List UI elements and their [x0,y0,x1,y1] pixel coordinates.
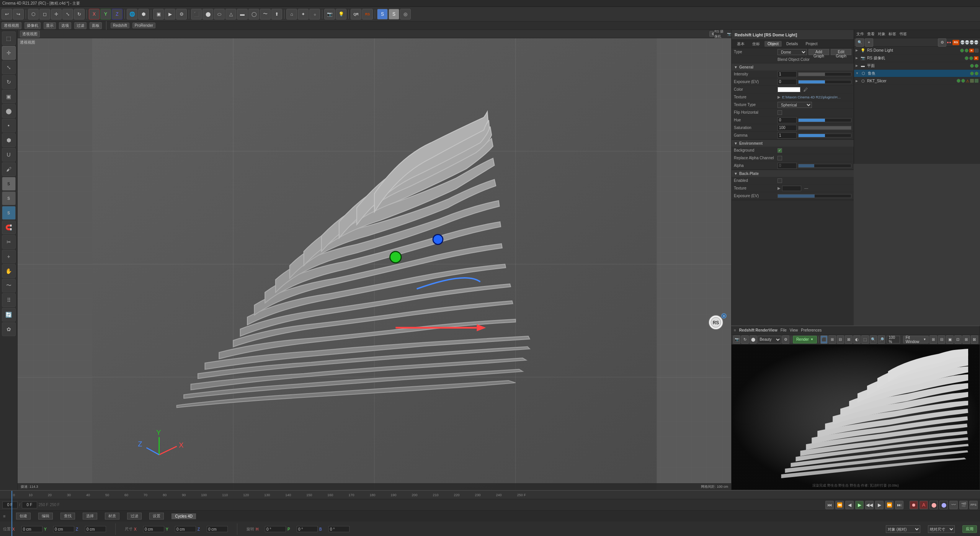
tab-cycles4d[interactable]: Cycles 4D [172,513,196,519]
scene-menu-bookmarks[interactable]: 书签 [899,31,907,37]
render-btn[interactable]: ▶ [165,9,175,20]
render-aov-btn[interactable]: ⊟ [837,335,844,344]
play-reverse-btn[interactable]: ◀◀ [865,501,874,509]
pos-x-input[interactable] [21,526,42,532]
options-btn[interactable]: 选项 [59,22,71,29]
saturation-slider[interactable] [798,126,851,130]
perspective-btn[interactable]: 透视视图 [2,22,21,29]
cube-btn[interactable]: ⬛ [191,9,202,20]
render-menu-view[interactable]: View [790,328,798,332]
record-btn[interactable]: ⏺ [910,501,918,509]
panel-btn[interactable]: 面板 [90,22,102,29]
undo-btn[interactable]: ↩ [2,9,12,20]
render-camera-btn[interactable]: 📷 [733,335,740,344]
rot-b-input[interactable] [328,526,350,532]
grab-btn[interactable]: ✋ [2,264,16,278]
edge-mode-btn[interactable]: ⬤ [2,104,16,118]
auto-key-btn[interactable]: A [920,501,928,509]
s2-btn[interactable]: S [2,191,16,205]
motion-path-btn[interactable]: 〰 [949,501,958,509]
gamma-input[interactable] [777,132,797,139]
render-extra-btn1[interactable]: ⊞ [929,335,937,344]
size-y-input[interactable] [175,526,196,532]
rs-btn[interactable]: RS [362,9,373,20]
tab-project[interactable]: Project [802,41,820,47]
enabled-checkbox[interactable] [777,178,782,183]
scene-tb-settings[interactable]: ⚙ [938,38,946,47]
bp-texture-arrow[interactable]: ▶ [777,186,781,190]
fit-window-btn[interactable]: Fit Window ▼ [903,336,929,343]
effector-btn[interactable]: ✦ [298,9,309,20]
move-tool-btn[interactable]: ✛ [2,46,16,60]
render-zoom-out-btn[interactable]: 🔍 [870,335,877,344]
color-picker-icon[interactable]: 🖊 [804,87,808,92]
alpha-slider[interactable] [798,164,851,168]
vis-circle-2[interactable] [965,49,969,52]
vis-f-2[interactable] [975,72,978,75]
edit-graph-button[interactable]: Edit Graph [831,49,851,55]
magnet-btn[interactable]: 🧲 [2,221,16,234]
s-btn1[interactable]: S [377,9,388,20]
hue-input[interactable] [777,117,797,123]
point-mode-btn[interactable]: • [2,119,16,132]
render-compare-btn[interactable]: ⊠ [845,335,852,344]
fps-btn[interactable]: FPS [969,501,978,509]
camera-menu-btn[interactable]: 摄像机 [24,22,41,29]
goto-end-btn[interactable]: ⏭ [895,501,903,509]
scene-item-dome-light[interactable]: ▶ 💡 RS Dome Light R [854,47,980,54]
circle-btn[interactable]: ◎ [400,9,411,20]
tab-details[interactable]: Details [783,41,801,47]
render-dropdown-arrow[interactable]: ▼ [810,338,813,341]
sphere-btn[interactable]: ⬤ [203,9,213,20]
vis-c-1[interactable] [965,56,969,60]
render-pass-dropdown[interactable]: Beauty [758,336,781,343]
render-settings-btn2[interactable]: ⚙ [782,335,789,344]
extrude-btn[interactable]: ⬆ [271,9,282,20]
preview-btn[interactable]: 🎬 [959,501,968,509]
smooth-btn[interactable]: 〜 [2,279,16,293]
plane-btn[interactable]: ▬ [237,9,248,20]
type-dropdown[interactable]: Dome [777,49,807,55]
tab-edit[interactable]: 编辑 [38,513,53,520]
render-extra-btn3[interactable]: ▣ [946,335,953,344]
render-start-btn[interactable]: Render ▼ [793,336,817,343]
select-btn[interactable]: ◻ [39,9,50,20]
vis-circle-1[interactable] [960,49,964,52]
move-btn[interactable]: ✛ [51,9,62,20]
scene-menu-tags[interactable]: 标签 [889,31,896,37]
rotate-tool-btn[interactable]: ↻ [2,75,16,89]
rot-p-input[interactable] [297,526,318,532]
vp-perspective-label[interactable]: 透视视图 [20,31,40,38]
current-frame-input[interactable] [2,502,18,508]
world-btn[interactable]: 🌐 [127,9,137,20]
gamma-slider[interactable] [798,134,851,137]
vis-c-2[interactable] [969,56,973,60]
render-menu-file[interactable]: File [781,328,787,332]
scale-btn[interactable]: ⤡ [62,9,73,20]
color-swatch[interactable] [777,87,800,92]
tab-object[interactable]: Object [764,41,782,47]
scene-tb-add[interactable]: + [865,38,873,47]
deformer-btn[interactable]: ⌂ [286,9,297,20]
prorender-btn[interactable]: ProRender [132,23,155,28]
render-grid-btn[interactable]: ⊞ [828,335,836,344]
render-region-btn[interactable]: ▣ [153,9,164,20]
tab-basic[interactable]: 基本 [734,41,748,47]
spline-btn[interactable]: 〜 [260,9,271,20]
flower-btn[interactable]: ✿ [2,322,16,336]
qr-btn[interactable]: QR [351,9,361,20]
render-extra-btn2[interactable]: ⊟ [938,335,945,344]
scene-tb-search[interactable]: 🔍 [856,38,864,47]
tab-find[interactable]: 查找 [60,513,75,520]
apply-coords-btn[interactable]: 应用 [962,525,977,533]
fit-dropdown-arrow[interactable]: ▼ [923,338,926,341]
redo-btn[interactable]: ↪ [13,9,24,20]
render-lut-btn[interactable]: ◐ [853,335,861,344]
exposure-input[interactable] [777,79,797,85]
field-btn[interactable]: ⬦ [309,9,320,20]
vis-p-1[interactable] [970,64,974,68]
light-btn[interactable]: 💡 [336,9,346,20]
x-axis-btn[interactable]: X [89,9,100,20]
saturation-input[interactable] [777,125,797,131]
select-mode-btn[interactable]: ⬚ [2,31,16,45]
